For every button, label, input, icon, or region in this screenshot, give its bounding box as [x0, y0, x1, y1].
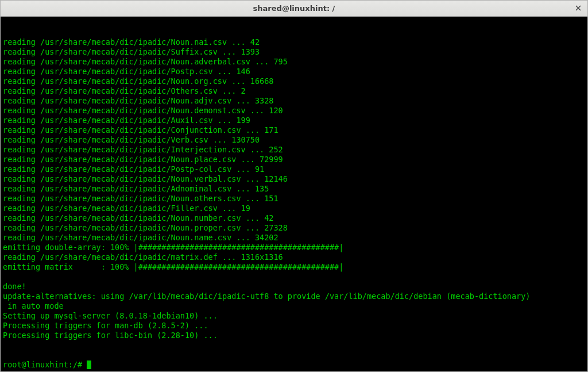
terminal-line: reading /usr/share/mecab/dic/ipadic/Noun… [3, 96, 585, 106]
terminal-line: reading /usr/share/mecab/dic/ipadic/Othe… [3, 86, 585, 96]
prompt-line: root@linuxhint:/# [3, 360, 585, 370]
terminal-line: reading /usr/share/mecab/dic/ipadic/matr… [3, 252, 585, 262]
terminal-line: reading /usr/share/mecab/dic/ipadic/Post… [3, 164, 585, 174]
shell-prompt: root@linuxhint:/# [3, 360, 82, 369]
terminal-line: reading /usr/share/mecab/dic/ipadic/Auxi… [3, 116, 585, 125]
terminal-line: reading /usr/share/mecab/dic/ipadic/Noun… [3, 155, 585, 164]
terminal-line: reading /usr/share/mecab/dic/ipadic/Post… [3, 67, 585, 76]
terminal-line: reading /usr/share/mecab/dic/ipadic/Noun… [3, 194, 585, 204]
terminal-line: reading /usr/share/mecab/dic/ipadic/Noun… [3, 213, 585, 223]
terminal-line: reading /usr/share/mecab/dic/ipadic/Noun… [3, 174, 585, 184]
terminal-line: reading /usr/share/mecab/dic/ipadic/Noun… [3, 223, 585, 233]
terminal-line: Processing triggers for man-db (2.8.5-2)… [3, 321, 585, 331]
window-title: shared@linuxhint: / [253, 4, 335, 13]
titlebar: shared@linuxhint: / [1, 1, 587, 17]
terminal-line [3, 272, 585, 282]
terminal-line: reading /usr/share/mecab/dic/ipadic/Noun… [3, 76, 585, 86]
terminal-line: reading /usr/share/mecab/dic/ipadic/Noun… [3, 233, 585, 243]
close-button[interactable] [574, 4, 583, 13]
terminal-line: Setting up mysql-server (8.0.18-1debian1… [3, 311, 585, 321]
terminal-line: reading /usr/share/mecab/dic/ipadic/Verb… [3, 135, 585, 145]
terminal-line: reading /usr/share/mecab/dic/ipadic/Noun… [3, 57, 585, 67]
terminal-line: emitting matrix : 100% |################… [3, 262, 585, 272]
terminal-line: reading /usr/share/mecab/dic/ipadic/Inte… [3, 145, 585, 155]
terminal-line: emitting double-array: 100% |###########… [3, 243, 585, 252]
terminal-line: update-alternatives: using /var/lib/meca… [3, 292, 585, 301]
terminal-line: reading /usr/share/mecab/dic/ipadic/Conj… [3, 125, 585, 135]
cursor [87, 361, 91, 369]
terminal-line: in auto mode [3, 301, 585, 311]
close-icon [575, 4, 582, 13]
terminal-line: reading /usr/share/mecab/dic/ipadic/Adno… [3, 184, 585, 194]
terminal-line: done! [3, 282, 585, 292]
terminal-line: reading /usr/share/mecab/dic/ipadic/Noun… [3, 37, 585, 47]
terminal-window: shared@linuxhint: / reading /usr/share/m… [0, 0, 588, 372]
terminal-output[interactable]: reading /usr/share/mecab/dic/ipadic/Noun… [1, 17, 587, 371]
terminal-line: reading /usr/share/mecab/dic/ipadic/Suff… [3, 47, 585, 57]
terminal-line: Processing triggers for libc-bin (2.28-1… [3, 331, 585, 340]
terminal-line: reading /usr/share/mecab/dic/ipadic/Noun… [3, 106, 585, 116]
terminal-line: reading /usr/share/mecab/dic/ipadic/Fill… [3, 204, 585, 213]
